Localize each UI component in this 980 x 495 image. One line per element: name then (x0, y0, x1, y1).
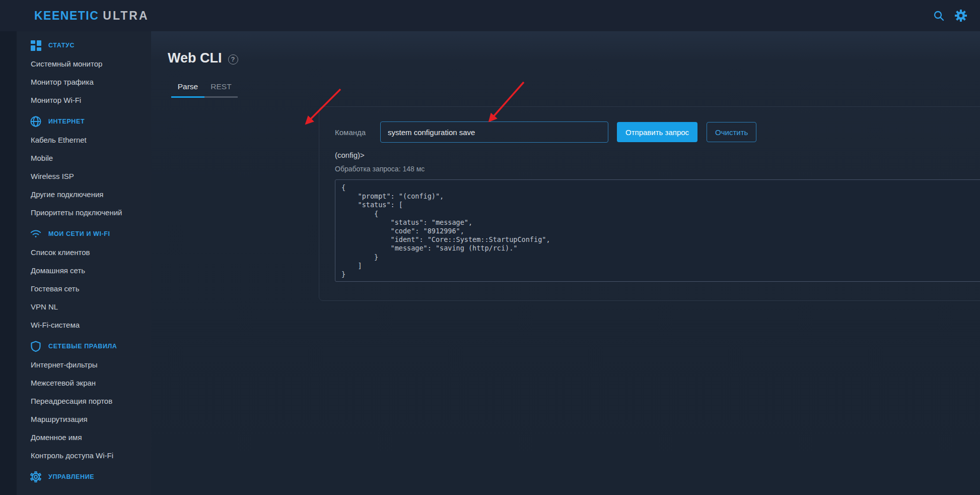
sidebar-item-label: Межсетевой экран (31, 379, 96, 387)
sidebar-item-firewall[interactable]: Межсетевой экран (0, 374, 151, 392)
sidebar: СТАТУС Системный монитор Монитор трафика… (0, 31, 151, 495)
sidebar-section-internet[interactable]: ИНТЕРНЕТ (0, 112, 151, 131)
json-output: { "prompt": "(config)", "status": [ { "s… (341, 183, 980, 279)
submit-request-button[interactable]: Отправить запрос (617, 122, 697, 142)
sidebar-item-label: Домашняя сеть (31, 266, 85, 275)
sidebar-item-label: Маршрутизация (31, 415, 88, 423)
tab-parse[interactable]: Parse (171, 79, 204, 98)
sidebar-section-management[interactable]: УПРАВЛЕНИЕ (0, 468, 151, 486)
sidebar-section-my-networks[interactable]: МОИ СЕТИ И WI-FI (0, 225, 151, 243)
shield-icon (30, 341, 41, 352)
tabs: Parse REST (171, 79, 980, 98)
sidebar-item-label: Кабель Ethernet (31, 136, 87, 144)
sidebar-section-label: ИНТЕРНЕТ (48, 118, 85, 125)
sidebar-item-label: Гостевая сеть (31, 284, 79, 293)
brand-primary: KEENETIC (34, 9, 99, 22)
sidebar-item-label: Mobile (31, 154, 53, 162)
page-title-row: Web CLI ? (168, 50, 980, 66)
sidebar-item-port-forwarding[interactable]: Переадресация портов (0, 392, 151, 410)
sidebar-item-label: Интернет-фильтры (31, 360, 98, 369)
brand-logo[interactable]: KEENETICULTRA (34, 9, 149, 23)
sidebar-item-home-network[interactable]: Домашняя сеть (0, 261, 151, 279)
sidebar-item-label: Переадресация портов (31, 397, 112, 405)
sidebar-item-label: Доменное имя (31, 433, 82, 442)
sidebar-item-internet-filters[interactable]: Интернет-фильтры (0, 355, 151, 374)
sidebar-item-connection-priorities[interactable]: Приоритеты подключений (0, 203, 151, 221)
sidebar-item-traffic-monitor[interactable]: Монитор трафика (0, 73, 151, 91)
sidebar-item-label: Список клиентов (31, 248, 90, 257)
keenetic-admin-page: KEENETICULTRA (0, 0, 980, 495)
tab-rest[interactable]: REST (204, 79, 238, 98)
content-row: СТАТУС Системный монитор Монитор трафика… (0, 31, 980, 495)
sidebar-section-network-rules[interactable]: СЕТЕВЫЕ ПРАВИЛА (0, 337, 151, 355)
topbar: KEENETICULTRA (0, 0, 980, 31)
cli-prompt: (config)> (335, 151, 365, 159)
webcli-panel: Команда Отправить запрос Очистить (confi… (319, 106, 980, 301)
sidebar-item-label: Монитор Wi-Fi (31, 96, 81, 104)
brand-secondary: ULTRA (103, 9, 149, 22)
sidebar-section-label: СТАТУС (48, 42, 75, 49)
sidebar-item-routing[interactable]: Маршрутизация (0, 410, 151, 428)
sidebar-item-wireless-isp[interactable]: Wireless ISP (0, 167, 151, 185)
sidebar-item-vpn-nl[interactable]: VPN NL (0, 297, 151, 316)
sidebar-item-wifi-system[interactable]: Wi-Fi-система (0, 316, 151, 334)
sidebar-item-system-monitor[interactable]: Системный монитор (0, 54, 151, 73)
sidebar-section-label: УПРАВЛЕНИЕ (48, 473, 94, 480)
sidebar-item-client-list[interactable]: Список клиентов (0, 243, 151, 261)
sidebar-item-mobile[interactable]: Mobile (0, 149, 151, 167)
sidebar-item-other-connections[interactable]: Другие подключения (0, 185, 151, 203)
wifi-icon (30, 228, 41, 239)
main-content: Web CLI ? Parse REST Команда Отправить з… (151, 31, 980, 495)
processing-time-text: Обработка запроса: 148 мс (335, 165, 980, 173)
sidebar-item-label: Wi-Fi-система (31, 321, 80, 329)
clear-button[interactable]: Очистить (707, 122, 756, 142)
page-title: Web CLI (168, 50, 222, 66)
sidebar-item-label: Монитор трафика (31, 78, 94, 86)
sidebar-item-label: VPN NL (31, 302, 58, 311)
sidebar-section-status[interactable]: СТАТУС (0, 36, 151, 54)
sidebar-item-ethernet[interactable]: Кабель Ethernet (0, 131, 151, 149)
help-icon[interactable]: ? (228, 54, 238, 65)
sidebar-section-label: МОИ СЕТИ И WI-FI (48, 230, 110, 237)
sidebar-item-label: Другие подключения (31, 190, 103, 199)
dashboard-icon (30, 40, 41, 51)
command-label: Команда (335, 128, 380, 137)
globe-icon (30, 116, 41, 127)
gear-icon[interactable] (954, 9, 968, 23)
sidebar-item-label: Контроль доступа Wi-Fi (31, 451, 113, 460)
search-icon[interactable] (932, 9, 946, 23)
sidebar-item-wifi-monitor[interactable]: Монитор Wi-Fi (0, 91, 151, 109)
command-input[interactable] (380, 121, 608, 143)
sidebar-item-label: Wireless ISP (31, 172, 74, 180)
json-output-box[interactable]: { "prompt": "(config)", "status": [ { "s… (335, 179, 980, 282)
sidebar-item-wifi-access-control[interactable]: Контроль доступа Wi-Fi (0, 446, 151, 464)
sidebar-section-label: СЕТЕВЫЕ ПРАВИЛА (48, 343, 117, 350)
sidebar-item-domain-name[interactable]: Доменное имя (0, 428, 151, 446)
sidebar-item-label: Приоритеты подключений (31, 208, 122, 217)
gear-outline-icon (30, 471, 41, 482)
command-row: Команда Отправить запрос Очистить (335, 121, 980, 143)
sidebar-item-guest-network[interactable]: Гостевая сеть (0, 279, 151, 297)
sidebar-item-label: Системный монитор (31, 59, 102, 68)
topbar-icons (932, 0, 968, 31)
prompt-row: (config)> (335, 149, 980, 160)
